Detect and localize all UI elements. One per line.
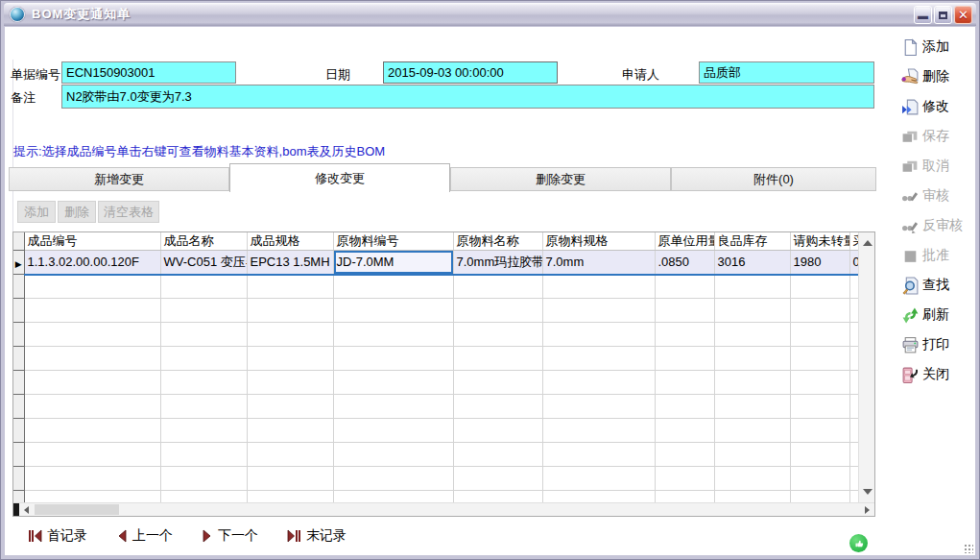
prev-record-button[interactable]: 上一个 [116, 527, 173, 545]
cell-material-code-focused[interactable]: JD-7.0MM [333, 251, 453, 275]
grid-empty-row [13, 323, 875, 347]
sidebar-delete-button[interactable]: 删除 [901, 67, 976, 86]
next-record-button[interactable]: 下一个 [202, 527, 258, 545]
doc-no-field[interactable] [61, 61, 236, 84]
audit-icon [901, 187, 920, 206]
grid-empty-row [13, 419, 875, 443]
first-record-icon [28, 529, 42, 543]
scroll-up-icon[interactable] [863, 240, 872, 246]
cell-good-stock[interactable]: 3016 [714, 251, 790, 275]
tab-delete-change[interactable]: 删除变更 [450, 167, 671, 191]
col-pending-qty: 请购未转量 [790, 232, 849, 251]
unaudit-icon [901, 217, 920, 235]
col-good-stock: 良品库存 [714, 232, 790, 251]
cell-material-name[interactable]: 7.0mm玛拉胶带 [453, 251, 542, 275]
col-material-spec: 原物料规格 [542, 232, 655, 251]
delete-hand-icon [901, 68, 920, 86]
sidebar-close-button[interactable]: 关闭 [901, 365, 976, 384]
grid-empty-row [13, 347, 875, 371]
grid-row-selected[interactable]: ▶ 1.1.3.02.00.00.120F WV-C051 变压器 EPC13 … [13, 251, 875, 275]
grid-empty-row [13, 371, 875, 395]
grid-empty-row [13, 275, 875, 299]
record-nav: 首记录 上一个 下一个 末记录 [28, 527, 347, 545]
applicant-field[interactable] [699, 61, 874, 84]
scrollbar-thumb[interactable] [35, 504, 119, 515]
date-field[interactable] [383, 61, 558, 84]
sidebar-unaudit-button: 反审核 [901, 216, 976, 235]
hint-text: 提示:选择成品编号单击右键可查看物料基本资料,bom表及历史BOM [13, 143, 385, 160]
find-magnifier-icon [901, 277, 920, 295]
sidebar-refresh-button[interactable]: 刷新 [901, 305, 976, 325]
close-button[interactable]: ✕ [954, 6, 972, 24]
grid-empty-row [13, 299, 875, 323]
app-window: BOM变更通知单 ▬ ✕ 单据编号 日期 申请人 备注 提示:选择成品编号单击右… [0, 0, 980, 560]
approve-icon [901, 247, 920, 265]
minimize-icon: ▬ [918, 11, 928, 21]
grid-add-button: 添加 [17, 201, 56, 223]
grid-clear-button: 清空表格 [98, 201, 159, 223]
sidebar-modify-button[interactable]: 修改 [901, 97, 976, 116]
save-icon [901, 128, 920, 146]
col-product-code: 成品编号 [24, 232, 160, 251]
scrollbar-block [13, 503, 19, 516]
doc-no-label: 单据编号 [11, 66, 60, 84]
sidebar-save-button: 保存 [901, 127, 976, 146]
tab-attachments[interactable]: 附件(0) [671, 167, 876, 191]
print-icon [901, 336, 920, 354]
horizontal-scrollbar[interactable] [13, 502, 874, 516]
cell-material-spec[interactable]: 7.0mm [542, 251, 655, 275]
sidebar-find-button[interactable]: 查找 [901, 276, 976, 295]
cell-product-spec[interactable]: EPC13 1.5MH [247, 251, 333, 275]
cell-product-name[interactable]: WV-C051 变压器 [160, 251, 247, 275]
cancel-icon [901, 158, 920, 176]
scroll-down-icon[interactable] [863, 489, 872, 495]
sidebar-cancel-button: 取消 [901, 157, 976, 176]
refresh-icon [901, 306, 920, 325]
vertical-scrollbar[interactable] [858, 232, 874, 502]
thumbs-up-icon [853, 538, 865, 549]
data-grid: 成品编号 成品名称 成品规格 原物料编号 原物料名称 原物料规格 原单位用量 良… [12, 231, 875, 517]
resize-grip[interactable] [964, 544, 973, 553]
applicant-label: 申请人 [622, 66, 659, 84]
grid-header-row: 成品编号 成品名称 成品规格 原物料编号 原物料名称 原物料规格 原单位用量 良… [13, 232, 875, 251]
sidebar-approve-button: 批准 [901, 246, 976, 265]
first-record-button[interactable]: 首记录 [28, 527, 87, 545]
title-bar: BOM变更通知单 ▬ ✕ [4, 3, 976, 26]
col-material-name: 原物料名称 [453, 232, 542, 251]
grid-body: ▶ 1.1.3.02.00.00.120F WV-C051 变压器 EPC13 … [13, 251, 875, 515]
minimize-button[interactable]: ▬ [914, 6, 932, 24]
grid-empty-row [13, 443, 875, 467]
app-globe-icon [10, 7, 25, 22]
prev-record-icon [116, 529, 128, 543]
cell-product-code[interactable]: 1.1.3.02.00.00.120F [24, 251, 160, 275]
grid-delete-button: 删除 [58, 201, 96, 223]
grid-empty-row [13, 395, 875, 419]
grid-empty-row [13, 467, 875, 491]
last-record-icon [287, 529, 301, 543]
cell-unit-usage[interactable]: .0850 [655, 251, 714, 275]
add-document-icon [901, 38, 920, 57]
sidebar-print-button[interactable]: 打印 [901, 335, 976, 354]
sidebar-add-button[interactable]: 添加 [901, 37, 976, 57]
window-title: BOM变更通知单 [32, 6, 131, 23]
row-selector-header [13, 232, 24, 251]
exit-door-icon [901, 366, 920, 384]
cell-pending-qty[interactable]: 1980 [790, 251, 849, 275]
scroll-right-icon[interactable] [865, 506, 870, 514]
tab-modify-change[interactable]: 修改变更 [229, 163, 450, 192]
last-record-button[interactable]: 末记录 [287, 527, 347, 545]
close-x-icon: ✕ [958, 9, 968, 21]
next-record-icon [202, 529, 213, 543]
col-material-code: 原物料编号 [333, 232, 453, 251]
confirm-button[interactable] [849, 534, 868, 552]
col-product-name: 成品名称 [160, 232, 247, 251]
sidebar-audit-button: 审核 [901, 186, 976, 206]
action-sidebar: 添加 删除 修改 保存 取消 [901, 37, 976, 384]
remark-field[interactable] [61, 85, 874, 109]
scroll-left-icon[interactable] [24, 506, 29, 514]
maximize-button[interactable] [934, 6, 952, 24]
remark-label: 备注 [11, 89, 36, 107]
current-row-marker-icon: ▶ [15, 259, 22, 269]
tab-new-change[interactable]: 新增变更 [9, 167, 229, 191]
maximize-icon [939, 12, 947, 19]
